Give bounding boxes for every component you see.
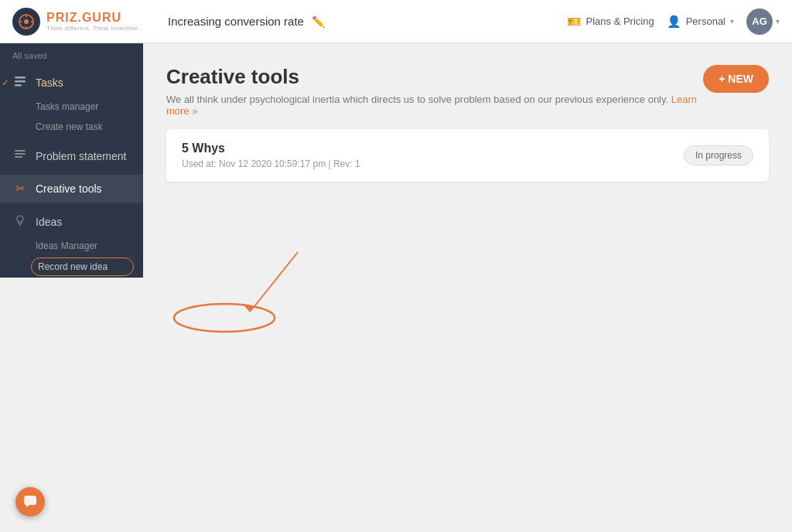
tool-card-title: 5 Whys	[182, 142, 360, 155]
sidebar-item-creative-tools[interactable]: ✂ Creative tools	[0, 175, 143, 203]
header-right: 🎫 Plans & Pricing 👤 Personal ▾ AG ▾	[567, 9, 780, 35]
avatar-chevron-icon: ▾	[776, 17, 780, 26]
svg-rect-9	[15, 150, 26, 152]
check-icon: ✓	[2, 77, 9, 88]
plans-pricing-button[interactable]: 🎫 Plans & Pricing	[567, 15, 654, 29]
page-subtitle: We all think under psychological inertia…	[166, 94, 703, 117]
user-avatar: AG	[746, 9, 773, 35]
logo-icon	[12, 8, 40, 36]
svg-point-1	[24, 19, 29, 24]
svg-rect-6	[15, 77, 26, 79]
page-title: Creative tools	[166, 65, 703, 89]
svg-rect-10	[15, 153, 26, 155]
svg-rect-7	[15, 80, 26, 83]
tool-card-info: 5 Whys Used at: Nov 12 2020 10:59:17 pm …	[182, 142, 360, 169]
logo-text: PRIZ.GURU Think different. Think Inventi…	[46, 11, 140, 32]
main-layout: All saved ✓ Tasks Tasks manager Create n…	[0, 43, 792, 532]
sidebar-item-ideas-manager[interactable]: Ideas Manager	[0, 236, 143, 256]
sidebar-item-tasks[interactable]: ✓ Tasks	[0, 68, 143, 97]
tasks-label: Tasks	[36, 77, 63, 89]
new-button[interactable]: + NEW	[703, 65, 769, 93]
problem-icon	[12, 148, 28, 163]
sidebar: All saved ✓ Tasks Tasks manager Create n…	[0, 43, 143, 278]
tool-card-meta: Used at: Nov 12 2020 10:59:17 pm | Rev: …	[182, 159, 360, 169]
personal-icon: 👤	[667, 15, 681, 29]
tool-card[interactable]: 5 Whys Used at: Nov 12 2020 10:59:17 pm …	[166, 129, 769, 182]
creative-tools-icon: ✂	[12, 182, 28, 196]
logo-tagline: Think different. Think Inventive.	[46, 25, 140, 32]
svg-rect-11	[15, 156, 22, 158]
svg-line-16	[251, 252, 298, 310]
all-saved-label: All saved	[0, 43, 143, 65]
ideas-icon	[12, 214, 28, 229]
project-title: Increasing conversion rate	[168, 15, 304, 28]
problem-statement-label: Problem statement	[36, 150, 127, 162]
status-badge: In progress	[684, 145, 753, 165]
edit-icon[interactable]: ✏️	[312, 15, 325, 28]
chevron-down-icon: ▾	[730, 17, 734, 26]
sidebar-item-problem-statement[interactable]: Problem statement	[0, 142, 143, 170]
tasks-icon	[12, 75, 28, 90]
svg-marker-17	[244, 305, 255, 312]
creative-tools-label: Creative tools	[36, 182, 102, 195]
personal-menu-button[interactable]: 👤 Personal ▾	[667, 15, 734, 29]
sidebar-wrapper: All saved ✓ Tasks Tasks manager Create n…	[0, 43, 143, 532]
logo[interactable]: PRIZ.GURU Think different. Think Inventi…	[12, 8, 155, 36]
plans-label: Plans & Pricing	[586, 15, 654, 27]
content-title-section: Creative tools We all think under psycho…	[166, 65, 703, 117]
app-header: PRIZ.GURU Think different. Think Inventi…	[0, 0, 792, 43]
plans-icon: 🎫	[567, 15, 582, 29]
svg-point-15	[174, 304, 275, 332]
sidebar-item-record-new-idea[interactable]: Record new idea	[31, 257, 134, 276]
ideas-label: Ideas	[36, 216, 62, 228]
sidebar-item-tasks-manager[interactable]: Tasks manager	[0, 97, 143, 117]
content-header: Creative tools We all think under psycho…	[166, 65, 769, 117]
sidebar-item-ideas[interactable]: Ideas	[0, 207, 143, 236]
logo-name: PRIZ.GURU	[46, 11, 140, 25]
svg-rect-14	[24, 496, 36, 505]
sidebar-item-create-new-task[interactable]: Create new task	[0, 117, 143, 137]
svg-point-12	[17, 216, 23, 222]
svg-rect-8	[15, 84, 22, 87]
avatar-button[interactable]: AG ▾	[746, 9, 780, 35]
header-middle: Increasing conversion rate ✏️	[155, 15, 567, 28]
chat-button[interactable]	[15, 487, 45, 517]
content-area: Creative tools We all think under psycho…	[143, 43, 792, 532]
personal-label: Personal	[686, 15, 725, 27]
